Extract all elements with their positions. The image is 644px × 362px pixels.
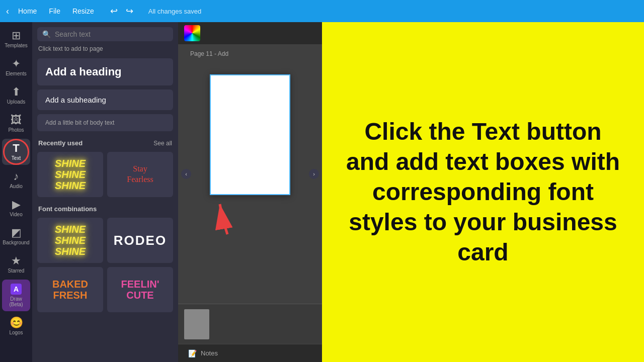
baked-fresh-text: BAKEDFRESH <box>52 279 88 301</box>
canvas-area: Page 11 - Add ‹ › 📝 <box>178 22 322 362</box>
video-icon: ▶ <box>12 199 21 210</box>
add-subheading-button[interactable]: Add a subheading <box>37 89 173 110</box>
starred-icon: ★ <box>11 255 21 266</box>
font-combinations-grid: SHINESHINESHINE RODEO BAKEDFRESH FEELIN'… <box>32 216 178 314</box>
sidebar-item-logos[interactable]: 😊 Logos <box>2 313 30 339</box>
topbar-nav: ‹ Home File Resize <box>6 5 99 17</box>
recently-used-label: Recently used <box>38 139 83 147</box>
font-card-shine-combo[interactable]: SHINESHINESHINE <box>37 218 103 263</box>
canvas-toolbar <box>178 22 322 44</box>
home-button[interactable]: Home <box>13 5 42 17</box>
sidebar-item-text[interactable]: T Text <box>2 139 30 165</box>
sidebar-item-background[interactable]: ◩ Background <box>2 223 30 249</box>
stay-fearless-text: StayFearless <box>127 164 153 185</box>
topbar: ‹ Home File Resize ↩ ↪ All changes saved <box>0 0 644 22</box>
sidebar-item-draw[interactable]: A Draw (Beta) <box>2 280 30 311</box>
add-body-button[interactable]: Add a little bit of body text <box>37 114 173 131</box>
sidebar-item-elements[interactable]: ✦ Elements <box>2 54 30 80</box>
sidebar-item-templates[interactable]: ⊞ Templates <box>2 26 30 52</box>
file-button[interactable]: File <box>44 5 65 17</box>
sidebar-item-text-wrapper: T Text <box>2 139 30 165</box>
audio-icon: ♪ <box>14 171 19 182</box>
draw-icon: A <box>11 284 22 295</box>
shine-text-recent: SHINESHINESHINE <box>55 158 86 191</box>
sidebar-item-audio[interactable]: ♪ Audio <box>2 167 30 193</box>
redo-button[interactable]: ↪ <box>123 4 136 19</box>
see-all-button[interactable]: See all <box>153 140 172 147</box>
logos-icon: 😊 <box>10 317 23 328</box>
feelin-cute-text: FEELIN'CUTE <box>121 279 159 301</box>
sidebar-item-starred[interactable]: ★ Starred <box>2 251 30 278</box>
recently-used-header: Recently used See all <box>32 133 178 150</box>
elements-icon: ✦ <box>12 58 21 69</box>
notes-icon: 📝 <box>188 349 197 357</box>
expand-panel-arrow[interactable]: › <box>309 169 319 179</box>
back-arrow-icon[interactable]: ‹ <box>6 6 9 17</box>
font-combinations-label: Font combinations <box>38 205 97 213</box>
templates-icon: ⊞ <box>12 30 21 41</box>
shine-text-combo: SHINESHINESHINE <box>55 224 86 257</box>
click-text-label: Click text to add to page <box>32 45 178 56</box>
recently-used-grid: SHINESHINESHINE StayFearless <box>32 150 178 199</box>
photos-icon: 🖼 <box>11 115 22 126</box>
page-thumbnail[interactable] <box>184 309 209 339</box>
uploads-icon: ⬆ <box>12 86 21 98</box>
save-status: All changes saved <box>148 8 202 15</box>
page-label: Page 11 - Add <box>190 50 228 57</box>
search-bar[interactable]: 🔍 <box>37 27 173 41</box>
text-panel: 🔍 Click text to add to page Add a headin… <box>32 22 178 362</box>
instruction-text: Click the Text button and add text boxes… <box>342 117 624 267</box>
collapse-panel-arrow[interactable]: ‹ <box>181 169 191 179</box>
font-combinations-header: Font combinations <box>32 199 178 216</box>
sidebar-icons: ⊞ Templates ✦ Elements ⬆ Uploads 🖼 Photo… <box>0 22 32 362</box>
rodeo-text: RODEO <box>114 233 167 248</box>
sidebar-item-photos[interactable]: 🖼 Photos <box>2 111 30 137</box>
resize-button[interactable]: Resize <box>67 5 99 17</box>
font-card-rodeo[interactable]: RODEO <box>107 218 173 263</box>
background-icon: ◩ <box>11 227 22 238</box>
canvas-content: Page 11 - Add ‹ › <box>178 44 322 304</box>
notes-bar: 📝 Notes <box>178 344 322 362</box>
main-area: ⊞ Templates ✦ Elements ⬆ Uploads 🖼 Photo… <box>0 22 644 362</box>
undo-redo-group: ↩ ↪ <box>107 4 136 19</box>
search-input[interactable] <box>55 30 168 38</box>
font-card-feelin-cute[interactable]: FEELIN'CUTE <box>107 267 173 312</box>
page-canvas <box>210 74 290 195</box>
right-panel: Click the Text button and add text boxes… <box>322 22 644 362</box>
sidebar-item-uploads[interactable]: ⬆ Uploads <box>2 82 30 109</box>
add-heading-button[interactable]: Add a heading <box>37 58 173 85</box>
text-icon: T <box>13 143 19 154</box>
font-card-stay-fearless[interactable]: StayFearless <box>107 152 173 197</box>
search-icon: 🔍 <box>42 30 51 38</box>
color-swatch[interactable] <box>184 25 200 41</box>
sidebar-item-video[interactable]: ▶ Video <box>2 195 30 221</box>
font-card-shine-recent[interactable]: SHINESHINESHINE <box>37 152 103 197</box>
undo-button[interactable]: ↩ <box>107 4 121 19</box>
notes-label[interactable]: Notes <box>201 349 218 357</box>
font-card-baked-fresh[interactable]: BAKEDFRESH <box>37 267 103 312</box>
thumbnail-strip <box>178 304 322 344</box>
